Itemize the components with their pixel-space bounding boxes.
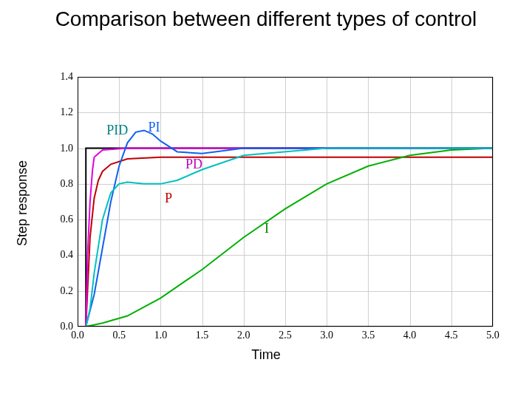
x-tick-label: 3.5 xyxy=(362,327,375,341)
x-tick-label: 4.0 xyxy=(403,327,417,341)
y-tick-label: 0.8 xyxy=(61,178,78,190)
x-tick-label: 5.0 xyxy=(486,327,499,341)
y-axis-label: Step response xyxy=(15,160,30,246)
grid-v xyxy=(493,77,494,327)
series-PD xyxy=(78,149,493,327)
y-tick-label: 1.0 xyxy=(61,143,78,154)
y-tick-label: 0.0 xyxy=(61,321,78,332)
x-axis-label: Time xyxy=(0,347,532,363)
series-setpoint xyxy=(78,149,493,327)
curves-svg xyxy=(78,77,493,327)
x-tick-label: 1.5 xyxy=(196,327,209,341)
x-tick-label: 2.5 xyxy=(279,327,292,341)
series-I xyxy=(78,149,493,327)
y-tick-label: 0.2 xyxy=(61,285,78,297)
x-tick-label: 2.0 xyxy=(237,327,250,341)
x-tick-label: 3.0 xyxy=(320,327,333,341)
y-tick-label: 0.6 xyxy=(61,214,78,225)
y-tick-label: 1.4 xyxy=(61,71,78,83)
y-tick-label: 1.2 xyxy=(61,106,78,118)
y-tick-label: 0.4 xyxy=(61,249,78,261)
series-P xyxy=(78,157,493,327)
x-tick-label: 0.5 xyxy=(112,327,126,341)
x-tick-label: 1.0 xyxy=(154,327,168,341)
grid-h xyxy=(78,327,493,327)
chart-area: 0.00.51.01.52.02.53.03.54.04.55.00.00.20… xyxy=(78,77,493,327)
series-PI xyxy=(78,130,493,327)
page-title: Comparison between different types of co… xyxy=(0,7,532,31)
series-PID xyxy=(78,149,493,327)
x-tick-label: 4.5 xyxy=(445,327,458,341)
